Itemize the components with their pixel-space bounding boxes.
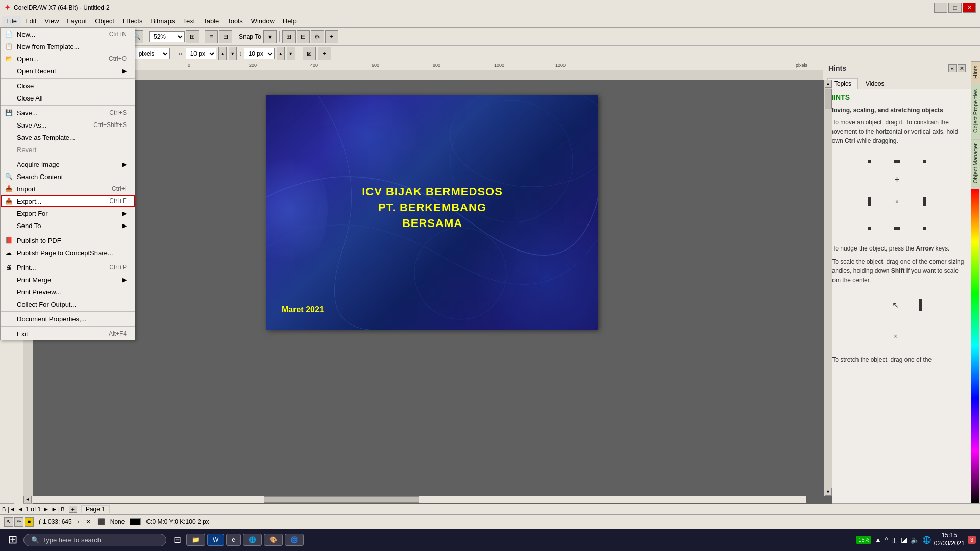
menu-file[interactable]: File — [2, 16, 21, 26]
hscrollbar[interactable]: ◄ ► 🔍 — [23, 495, 823, 503]
nudge-v-down[interactable]: ▼ — [287, 47, 295, 60]
taskbar-app-word[interactable]: W — [207, 534, 224, 546]
taskbar-app-app4[interactable]: 🎨 — [264, 534, 283, 546]
tab-object-properties[interactable]: Object Properties — [971, 85, 980, 137]
canvas-area[interactable]: ▲ ICV BIJAK — [33, 80, 832, 504]
tray-icon2[interactable]: ◫ — [891, 536, 898, 544]
menu-item-revert[interactable]: Revert — [1, 143, 135, 156]
tb-snap-dropdown[interactable]: ▾ — [263, 30, 277, 43]
taskbar-app-app5[interactable]: 🌀 — [285, 534, 304, 546]
zoom-select[interactable]: 52%100%200% — [149, 31, 185, 42]
page-first[interactable]: |◄ — [8, 506, 15, 513]
menu-text[interactable]: Text — [179, 16, 199, 26]
tb-dist[interactable]: ⊟ — [219, 30, 232, 43]
taskbar-app-explorer[interactable]: 📁 — [186, 534, 205, 546]
menu-effects[interactable]: Effects — [118, 16, 147, 26]
minimize-button[interactable]: ─ — [934, 3, 947, 13]
search-bar[interactable]: 🔍 Type here to search — [23, 534, 166, 546]
tab-hints[interactable]: Hints — [971, 61, 980, 83]
menu-item-print-preview[interactable]: Print Preview... — [1, 286, 135, 298]
menu-item-save-as[interactable]: Save As... Ctrl+Shift+S — [1, 119, 135, 131]
menu-item-save-template[interactable]: Save as Template... — [1, 131, 135, 143]
vscroll-down[interactable]: ▼ — [825, 488, 832, 496]
menu-tools[interactable]: Tools — [223, 16, 247, 26]
tray-icon5[interactable]: 🌐 — [922, 536, 931, 544]
menu-item-new[interactable]: 📄 New... Ctrl+N — [1, 28, 135, 40]
tray-icon4[interactable]: 🔈 — [911, 536, 919, 544]
page-add[interactable]: + — [69, 506, 77, 513]
hints-close[interactable]: ✕ — [958, 64, 966, 72]
taskbar-app-chrome[interactable]: 🌐 — [243, 534, 262, 546]
menu-table[interactable]: Table — [199, 16, 223, 26]
panel-color-bar[interactable] — [971, 189, 979, 503]
start-button[interactable]: ⊞ — [4, 533, 21, 546]
page-canvas[interactable]: ICV BIJAK BERMEDSOS PT. BERKEMBANG BERSA… — [266, 95, 598, 330]
vscrollbar[interactable]: ▲ ▼ — [824, 80, 832, 496]
menu-bitmaps[interactable]: Bitmaps — [146, 16, 179, 26]
menu-item-save[interactable]: 💾 Save... Ctrl+S — [1, 107, 135, 119]
taskbar-app-ie[interactable]: e — [226, 534, 241, 546]
menu-item-exit[interactable]: Exit Alt+F4 — [1, 328, 135, 340]
menu-item-print[interactable]: 🖨 Print... Ctrl+P — [1, 261, 135, 273]
menu-item-send-to[interactable]: Send To ▶ — [1, 219, 135, 232]
tb2-plus2[interactable]: + — [318, 47, 331, 60]
hscroll-track[interactable] — [32, 496, 806, 503]
status-icon3[interactable]: ■ — [24, 517, 34, 527]
menu-help[interactable]: Help — [279, 16, 301, 26]
tb-align[interactable]: ≡ — [205, 30, 218, 43]
menu-item-search-content[interactable]: 🔍 Search Content — [1, 170, 135, 183]
page-prev[interactable]: ◄ — [17, 506, 23, 513]
tb-options[interactable]: ⚙ — [311, 30, 324, 43]
menu-item-print-merge[interactable]: Print Merge ▶ — [1, 273, 135, 286]
menu-layout[interactable]: Layout — [63, 16, 91, 26]
status-icon1[interactable]: ↖ — [4, 517, 13, 527]
vscroll-up[interactable]: ▲ — [825, 80, 832, 88]
nudge-h-select[interactable]: 10 px — [186, 48, 216, 59]
maximize-button[interactable]: □ — [948, 3, 962, 13]
clock[interactable]: 15:15 02/03/2021 — [934, 532, 965, 547]
page-b-icon2[interactable]: B — [61, 506, 64, 512]
menu-item-import[interactable]: 📥 Import Ctrl+I — [1, 183, 135, 195]
menu-item-open-recent[interactable]: Open Recent ▶ — [1, 65, 135, 77]
menu-item-doc-props[interactable]: Document Properties,... — [1, 313, 135, 325]
nudge-h-down[interactable]: ▼ — [229, 47, 237, 60]
task-view-btn[interactable]: ⊟ — [170, 534, 184, 545]
page-last[interactable]: ►| — [51, 506, 59, 513]
menu-item-acquire[interactable]: Acquire Image ▶ — [1, 158, 135, 170]
tb-plus[interactable]: + — [325, 30, 338, 43]
tray-icon1[interactable]: ^ — [885, 536, 888, 544]
menu-view[interactable]: View — [40, 16, 63, 26]
tray-icon3[interactable]: ◪ — [901, 536, 908, 544]
tb2-transform[interactable]: ⊠ — [303, 47, 316, 60]
tb-grid[interactable]: ⊞ — [282, 30, 296, 43]
vscroll-thumb[interactable] — [825, 89, 832, 109]
menu-item-publish-concept[interactable]: ☁ Publish Page to ConceptShare... — [1, 246, 135, 259]
menu-item-open[interactable]: 📂 Open... Ctrl+O — [1, 53, 135, 65]
menu-item-export-for[interactable]: Export For ▶ — [1, 207, 135, 219]
tab-topics[interactable]: Topics — [827, 78, 858, 89]
tb-guide[interactable]: ⊟ — [297, 30, 310, 43]
close-button[interactable]: ✕ — [963, 3, 976, 13]
page-b-icon[interactable]: B — [2, 506, 6, 512]
units-select[interactable]: pixels — [134, 48, 170, 59]
tb-zoom-fit[interactable]: ⊞ — [186, 30, 199, 43]
menu-item-export[interactable]: 📤 Export... Ctrl+E — [1, 195, 135, 207]
hscroll-left[interactable]: ◄ — [23, 496, 32, 503]
menu-item-close[interactable]: Close — [1, 80, 135, 92]
menu-object[interactable]: Object — [91, 16, 118, 26]
menu-item-close-all[interactable]: Close All — [1, 92, 135, 104]
notification-btn[interactable]: 3 — [968, 536, 976, 544]
page-next[interactable]: ► — [43, 506, 49, 513]
nudge-v-up[interactable]: ▲ — [277, 47, 285, 60]
nudge-h-up[interactable]: ▲ — [218, 47, 227, 60]
menu-item-new-template[interactable]: 📋 New from Template... — [1, 40, 135, 53]
tab-videos[interactable]: Videos — [859, 78, 891, 89]
tab-object-manager[interactable]: Object Manager — [971, 139, 980, 187]
menu-item-collect[interactable]: Collect For Output... — [1, 298, 135, 310]
menu-edit[interactable]: Edit — [21, 16, 40, 26]
network-icon[interactable]: ▲ — [874, 536, 881, 544]
menu-window[interactable]: Window — [247, 16, 279, 26]
status-icon2[interactable]: ✏ — [14, 517, 23, 527]
hints-expand[interactable]: « — [948, 64, 957, 72]
menu-item-publish-pdf[interactable]: 📕 Publish to PDF — [1, 234, 135, 246]
